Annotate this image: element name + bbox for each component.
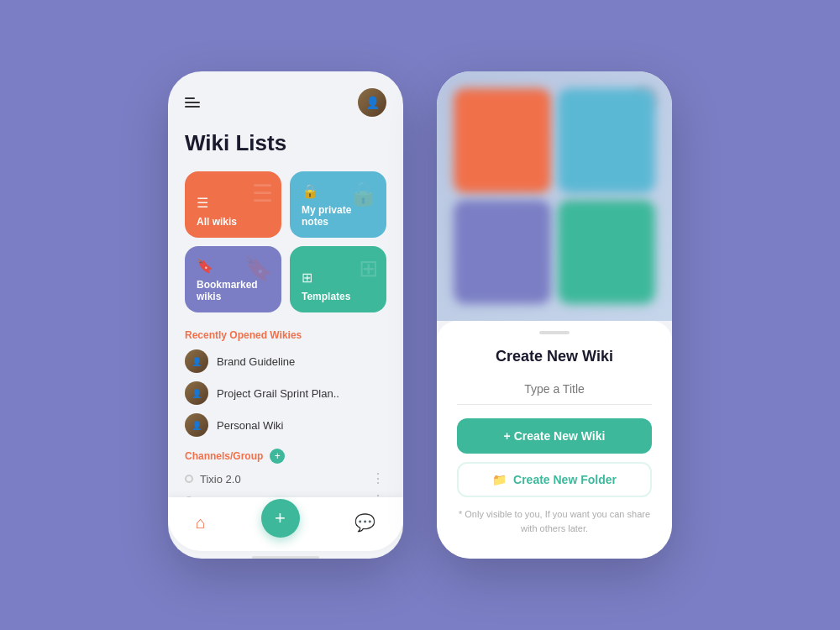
sheet-title: Create New Wiki (457, 348, 652, 365)
blur-card-teal (558, 200, 655, 305)
wiki-item-0[interactable]: 👤 Brand Guideline (185, 349, 386, 373)
cat-icon-templates: ⊞ (302, 270, 375, 286)
chat-icon[interactable]: 💬 (354, 512, 375, 533)
top-bar: 👤 (185, 88, 386, 117)
cat-label-templates: Templates (302, 291, 375, 302)
bottom-nav: ⌂ + 💬 (168, 497, 403, 551)
cat-bookmarked[interactable]: 🔖 🔖 Bookmarked wikis (185, 246, 281, 312)
channel-dot-0 (185, 475, 193, 483)
page-title: Wiki Lists (185, 130, 386, 156)
channel-item-0[interactable]: Tixio 2.0 ⋮ (185, 472, 386, 486)
blur-grid (437, 71, 672, 321)
wiki-name-0: Brand Guideline (217, 355, 295, 368)
home-icon[interactable]: ⌂ (196, 513, 206, 533)
wiki-avatar-0: 👤 (185, 349, 208, 373)
create-folder-label: Create New Folder (513, 473, 617, 486)
wiki-name-2: Personal Wiki (217, 419, 283, 432)
channel-left-0: Tixio 2.0 (185, 473, 241, 486)
add-channel-button[interactable]: + (270, 449, 285, 464)
right-phone: Create New Wiki + Create New Wiki 📁 Crea… (437, 71, 672, 559)
wiki-avatar-1: 👤 (185, 381, 208, 405)
sheet-handle (539, 331, 570, 334)
cat-label-bookmarked: Bookmarked wikis (197, 279, 270, 302)
category-grid: ☰ ☰ All wikis 🔒 🔒 My private notes 🔖 🔖 B… (185, 171, 386, 312)
cat-templates[interactable]: ⊞ ⊞ Templates (290, 246, 386, 312)
wiki-name-1: Project Grail Sprint Plan.. (217, 387, 339, 400)
channel-name-0: Tixio 2.0 (200, 473, 241, 486)
cat-label-all: All wikis (197, 216, 270, 228)
channel-more-0[interactable]: ⋮ (371, 472, 386, 486)
sheet-note: * Only visible to you, If you want you c… (457, 507, 652, 535)
blur-card-blue (558, 88, 655, 193)
channels-title: Channels/Group (185, 450, 263, 462)
folder-icon: 📁 (492, 473, 507, 486)
create-wiki-label: + Create New Wiki (504, 429, 606, 443)
fab-button[interactable]: + (261, 499, 300, 538)
hamburger-menu[interactable] (185, 97, 200, 108)
bottom-sheet: Create New Wiki + Create New Wiki 📁 Crea… (437, 321, 672, 559)
create-folder-button[interactable]: 📁 Create New Folder (457, 462, 652, 497)
scroll-indicator (252, 556, 319, 559)
cat-all-wikis[interactable]: ☰ ☰ All wikis (185, 171, 281, 238)
cat-private-notes[interactable]: 🔒 🔒 My private notes (290, 171, 386, 238)
wiki-item-1[interactable]: 👤 Project Grail Sprint Plan.. (185, 381, 386, 405)
blur-card-purple (454, 200, 551, 305)
cat-icon-bookmarked: 🔖 (197, 258, 270, 274)
create-wiki-button[interactable]: + Create New Wiki (457, 418, 652, 454)
blur-card-orange (454, 88, 551, 193)
left-phone: 👤 Wiki Lists ☰ ☰ All wikis 🔒 🔒 My privat… (168, 71, 403, 559)
screens-container: 👤 Wiki Lists ☰ ☰ All wikis 🔒 🔒 My privat… (168, 71, 672, 559)
wiki-avatar-2: 👤 (185, 413, 208, 437)
blurred-background (437, 71, 672, 321)
wiki-item-2[interactable]: 👤 Personal Wiki (185, 413, 386, 437)
title-input[interactable] (457, 377, 652, 405)
avatar[interactable]: 👤 (358, 88, 386, 117)
cat-icon-all: ☰ (197, 195, 270, 211)
channels-header: Channels/Group + (185, 449, 386, 464)
recently-opened-title: Recently Opened Wikies (185, 329, 386, 341)
cat-label-private: My private notes (302, 204, 375, 228)
cat-icon-private: 🔒 (302, 183, 375, 199)
